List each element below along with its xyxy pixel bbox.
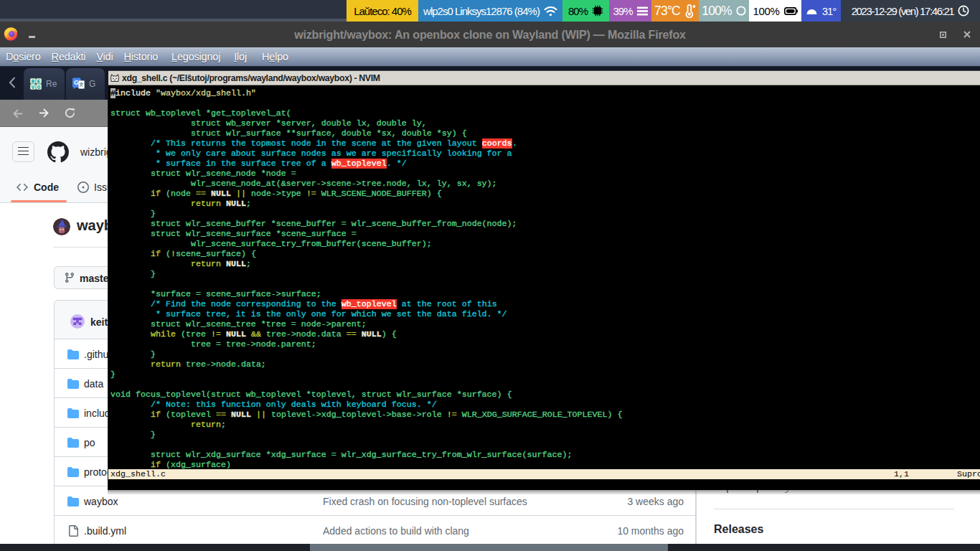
svg-text:V: V bbox=[32, 85, 35, 90]
svg-text:R: R bbox=[32, 79, 35, 85]
svg-text:E: E bbox=[37, 79, 41, 85]
svg-text:G: G bbox=[74, 79, 79, 86]
svg-text:O: O bbox=[37, 85, 41, 90]
